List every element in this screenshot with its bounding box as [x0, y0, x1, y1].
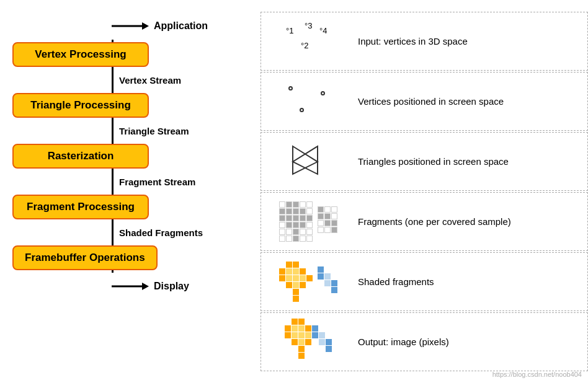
visual-output [265, 319, 352, 366]
svg-marker-1 [293, 146, 318, 174]
application-label: Application [154, 20, 208, 32]
diagram-row-vertices: Vertices positioned in screen space [261, 72, 588, 131]
svg-marker-0 [293, 146, 318, 174]
visual-fragments [265, 201, 352, 242]
dot-label-3: °3 [305, 21, 312, 30]
fragment-stream-label: Fragment Stream [119, 177, 195, 187]
dot-label-1: °1 [286, 26, 293, 35]
desc-output: Output: image (pixels) [358, 337, 584, 347]
desc-input: Input: vertices in 3D space [358, 36, 584, 46]
diagrams-panel: °3 °1 °4 °2 Input: vertices in 3D space [261, 6, 588, 377]
visual-shaded [265, 262, 352, 302]
desc-triangles: Triangles positioned in screen space [358, 156, 584, 167]
main-container: Application Vertex Processing Vertex Str… [0, 0, 588, 383]
desc-shaded: Shaded fragments [358, 276, 584, 287]
display-label: Display [154, 281, 189, 292]
triangle-stream-label: Triangle Stream [119, 126, 189, 136]
vertex-stream-label: Vertex Stream [119, 75, 181, 86]
pipeline: Application Vertex Processing Vertex Str… [0, 6, 261, 377]
fragment-processing-box: Fragment Processing [12, 195, 149, 219]
dot-label-2: °2 [301, 41, 308, 50]
dot-label-4: °4 [319, 26, 327, 35]
vertex-processing-box: Vertex Processing [12, 42, 149, 67]
pipeline-wrapper: Application Vertex Processing Vertex Str… [12, 12, 248, 300]
watermark-text: https://blog.csdn.net/noob404 [492, 371, 582, 378]
shaded-fragments-label: Shaded Fragments [119, 227, 203, 238]
rasterization-box: Rasterization [12, 144, 149, 169]
triangle-processing-box: Triangle Processing [12, 93, 149, 118]
visual-triangles [265, 140, 352, 183]
diagram-row-shaded: Shaded fragments [261, 252, 588, 311]
framebuffer-operations-box: Framebuffer Operations [12, 245, 158, 270]
triangle-diagram-svg [280, 140, 336, 183]
visual-vertices [265, 80, 352, 123]
diagram-row-triangles: Triangles positioned in screen space [261, 132, 588, 191]
diagram-row-output: Output: image (pixels) [261, 312, 588, 371]
desc-vertices: Vertices positioned in screen space [358, 96, 584, 107]
visual-input: °3 °1 °4 °2 [265, 20, 352, 63]
diagram-row-fragments: Fragments (one per covered sample) [261, 192, 588, 251]
diagram-row-input: °3 °1 °4 °2 Input: vertices in 3D space [261, 12, 588, 71]
desc-fragments: Fragments (one per covered sample) [358, 216, 584, 227]
